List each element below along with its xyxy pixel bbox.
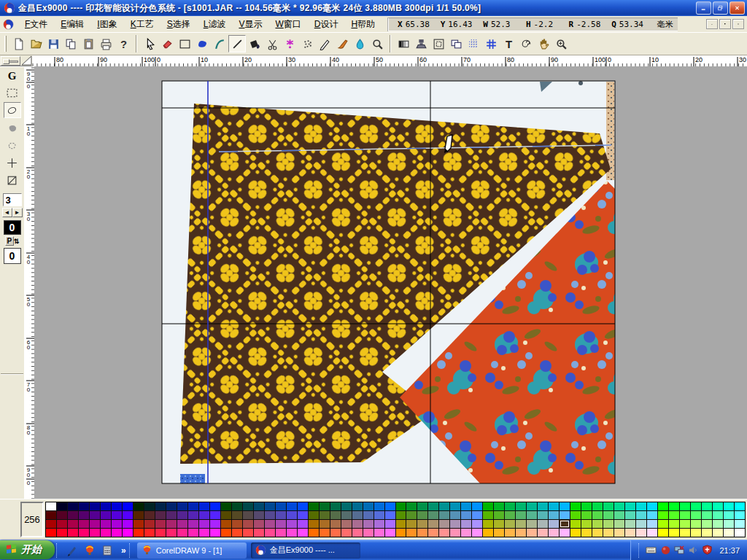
palette-swatch[interactable] [647, 529, 657, 537]
palette-swatch[interactable] [90, 511, 100, 519]
palette-swatch[interactable] [341, 502, 352, 510]
slider-handle[interactable] [3, 59, 9, 64]
palette-swatch[interactable] [614, 520, 624, 528]
palette-swatch[interactable] [669, 520, 679, 528]
palette-swatch[interactable] [133, 529, 144, 537]
palette-swatch[interactable] [461, 511, 471, 519]
palette-swatch[interactable] [450, 511, 460, 519]
palette-swatch[interactable] [581, 529, 592, 537]
gradient-tool-button[interactable] [395, 35, 412, 52]
palette-swatch[interactable] [363, 502, 374, 510]
brush-tool-button[interactable] [333, 35, 351, 52]
palette-swatch[interactable] [658, 511, 668, 519]
toolbar-grip[interactable] [4, 36, 7, 52]
palette-swatch[interactable] [265, 502, 275, 510]
palette-swatch[interactable] [243, 502, 253, 510]
palette-swatch[interactable] [320, 502, 330, 510]
palette-swatch[interactable] [417, 520, 427, 528]
palette-swatch[interactable] [494, 502, 504, 510]
palette-swatch[interactable] [406, 529, 417, 537]
menu-item-f[interactable]: F文件 [18, 17, 54, 32]
palette-swatch[interactable] [276, 511, 286, 519]
canvas-area[interactable] [34, 66, 747, 499]
palette-swatch[interactable] [516, 502, 526, 510]
palette-swatch[interactable] [735, 529, 745, 537]
palette-swatch[interactable] [123, 502, 133, 510]
palette-swatch[interactable] [232, 520, 242, 528]
keyboard-indicator-icon[interactable] [646, 545, 657, 556]
palette-swatch[interactable] [439, 511, 449, 519]
palette-swatch[interactable] [385, 511, 395, 519]
marker-tool-button[interactable] [281, 35, 298, 52]
palette-swatch[interactable] [287, 529, 297, 537]
palette-swatch[interactable] [221, 529, 231, 537]
palette-swatch[interactable] [90, 502, 100, 510]
palette-swatch[interactable] [483, 502, 493, 510]
palette-swatch[interactable] [177, 520, 187, 528]
new-document-button[interactable] [9, 35, 27, 52]
palette-swatch[interactable] [603, 511, 614, 519]
palette-swatch[interactable] [243, 511, 253, 519]
palette-swatch[interactable] [417, 529, 427, 537]
palette-swatch[interactable] [439, 529, 449, 537]
palette-swatch[interactable] [570, 502, 581, 510]
palette-swatch[interactable] [287, 520, 297, 528]
palette-swatch[interactable] [527, 511, 537, 519]
palette-swatch[interactable] [614, 511, 624, 519]
palette-swatch[interactable] [133, 520, 144, 528]
palette-swatch[interactable] [592, 529, 603, 537]
palette-swatch[interactable] [417, 511, 427, 519]
task-button-0[interactable]: CorelDRAW 9 - [1] [137, 542, 247, 559]
eraser-button[interactable] [158, 35, 176, 52]
start-button[interactable]: 开始 [0, 540, 55, 559]
palette-swatch[interactable] [461, 502, 471, 510]
palette-swatch[interactable] [614, 529, 624, 537]
palette-swatch[interactable] [560, 529, 570, 537]
menu-item-d[interactable]: D设计 [308, 17, 345, 32]
palette-swatch[interactable] [276, 529, 286, 537]
spiral-tool-button[interactable] [517, 35, 535, 52]
palette-swatch[interactable] [680, 529, 690, 537]
palette-swatch[interactable] [374, 520, 384, 528]
palette-swatch[interactable] [298, 511, 308, 519]
selection-cursor-button[interactable] [141, 35, 158, 52]
palette-swatch[interactable] [636, 502, 646, 510]
palette-swatch[interactable] [330, 502, 341, 510]
palette-swatch[interactable] [439, 502, 449, 510]
palette-swatch[interactable] [385, 502, 395, 510]
palette-swatch[interactable] [199, 529, 209, 537]
palette-swatch[interactable] [254, 511, 264, 519]
palette-swatch[interactable] [330, 529, 341, 537]
palette-swatch[interactable] [68, 502, 78, 510]
palette-swatch[interactable] [385, 520, 395, 528]
palette-swatch[interactable] [658, 502, 668, 510]
palette-swatch[interactable] [625, 520, 635, 528]
palette-swatch[interactable] [691, 529, 701, 537]
exclude-box-tool-button[interactable] [4, 172, 21, 188]
palette-swatch[interactable] [320, 520, 330, 528]
palette-swatch[interactable] [428, 511, 438, 519]
palette-swatch[interactable] [188, 520, 198, 528]
palette-swatch[interactable] [232, 529, 242, 537]
palette-swatch[interactable] [647, 502, 657, 510]
palette-swatch[interactable] [177, 502, 187, 510]
palette-swatch[interactable] [472, 529, 482, 537]
palette-swatch[interactable] [505, 502, 515, 510]
palette-swatch[interactable] [210, 520, 220, 528]
palette-swatch[interactable] [320, 529, 330, 537]
crosshair-tool-button[interactable] [4, 155, 21, 171]
palette-swatch[interactable] [155, 502, 166, 510]
palette-swatch[interactable] [538, 529, 548, 537]
palette-swatch[interactable] [570, 529, 581, 537]
hand-tool-button[interactable] [535, 35, 552, 52]
palette-swatch[interactable] [396, 511, 406, 519]
minimize-button[interactable] [696, 1, 711, 15]
dual-window-button[interactable] [447, 35, 465, 52]
open-folder-button[interactable] [27, 35, 44, 52]
corel-shortcut-button[interactable] [83, 544, 96, 557]
palette-swatch[interactable] [636, 520, 646, 528]
volume-icon[interactable] [688, 545, 699, 556]
palette-swatch[interactable] [363, 520, 374, 528]
palette-swatch[interactable] [439, 520, 449, 528]
palette-swatch[interactable] [254, 502, 264, 510]
